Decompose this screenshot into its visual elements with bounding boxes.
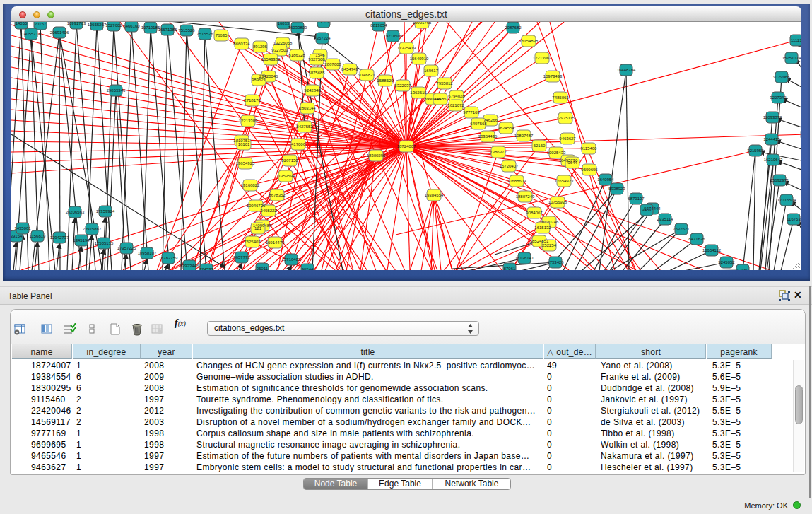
- svg-text:7515526: 7515526: [196, 32, 213, 36]
- svg-text:1733426: 1733426: [547, 260, 564, 264]
- svg-text:9084067: 9084067: [526, 211, 543, 215]
- svg-text:87061: 87061: [504, 267, 516, 270]
- svg-text:12923446: 12923446: [180, 264, 199, 268]
- svg-text:15751074: 15751074: [782, 56, 801, 60]
- svg-text:9463: 9463: [642, 208, 652, 212]
- svg-text:17654923: 17654923: [555, 179, 574, 183]
- svg-text:5322037: 5322037: [394, 83, 411, 88]
- svg-text:18807249: 18807249: [516, 194, 535, 199]
- svg-text:7515526: 7515526: [178, 28, 195, 33]
- svg-text:12213389: 12213389: [239, 119, 258, 123]
- svg-text:7955812: 7955812: [436, 81, 453, 86]
- svg-text:76635: 76635: [216, 33, 228, 37]
- svg-text:23975867: 23975867: [83, 227, 102, 231]
- svg-text:9327508: 9327508: [308, 57, 325, 62]
- svg-text:62160: 62160: [534, 144, 546, 148]
- svg-text:19218506: 19218506: [384, 34, 403, 38]
- svg-text:39154: 39154: [11, 234, 23, 238]
- svg-text:12942737: 12942737: [50, 235, 69, 240]
- svg-text:7357224: 7357224: [314, 36, 331, 40]
- svg-text:10991763: 10991763: [67, 22, 86, 25]
- svg-text:989621: 989621: [252, 78, 266, 82]
- svg-text:891295: 891295: [253, 45, 268, 49]
- svg-text:16782759: 16782759: [159, 256, 178, 260]
- svg-text:16671385: 16671385: [158, 28, 177, 32]
- svg-text:1435061: 1435061: [14, 226, 31, 230]
- svg-text:1345194: 1345194: [73, 238, 90, 243]
- svg-text:7485063: 7485063: [552, 95, 569, 100]
- svg-text:9657771: 9657771: [233, 255, 250, 259]
- svg-text:6466160: 6466160: [123, 24, 140, 28]
- svg-text:15640910: 15640910: [410, 57, 429, 61]
- svg-text:2803144: 2803144: [299, 106, 316, 110]
- svg-text:9699695: 9699695: [581, 168, 598, 172]
- svg-text:16101: 16101: [238, 142, 250, 146]
- svg-text:17359924: 17359924: [96, 209, 115, 214]
- svg-text:1527602: 1527602: [105, 23, 122, 28]
- svg-text:90244: 90244: [302, 267, 314, 270]
- svg-text:3624554: 3624554: [498, 126, 514, 130]
- svg-text:16914479: 16914479: [266, 240, 285, 245]
- svg-text:12213967: 12213967: [533, 56, 552, 60]
- svg-text:2087682: 2087682: [505, 25, 522, 30]
- svg-text:9777169: 9777169: [463, 110, 480, 115]
- svg-text:5938923: 5938923: [608, 187, 625, 191]
- svg-text:8454749: 8454749: [341, 67, 358, 71]
- svg-text:116753: 116753: [787, 217, 801, 221]
- svg-text:16448784: 16448784: [617, 68, 636, 72]
- svg-text:14055: 14055: [16, 22, 28, 25]
- svg-text:13226058: 13226058: [273, 41, 293, 45]
- svg-text:16154838: 16154838: [519, 39, 539, 43]
- svg-text:8427552: 8427552: [296, 124, 313, 129]
- svg-text:3215958: 3215958: [747, 148, 764, 153]
- svg-text:15716485: 15716485: [282, 257, 301, 262]
- svg-text:2867608: 2867608: [324, 62, 341, 66]
- svg-text:17016504: 17016504: [777, 198, 796, 202]
- svg-text:20691406: 20691406: [50, 30, 69, 35]
- svg-text:16210643: 16210643: [764, 158, 783, 162]
- svg-text:12505135: 12505135: [95, 241, 114, 245]
- svg-text:2718176: 2718176: [244, 98, 261, 103]
- svg-text:11325419: 11325419: [397, 46, 416, 50]
- svg-text:14055714: 14055714: [22, 32, 41, 36]
- svg-text:20206563: 20206563: [66, 210, 85, 214]
- svg-text:9115460: 9115460: [581, 146, 598, 151]
- svg-text:16033809: 16033809: [288, 25, 307, 30]
- svg-text:9227342: 9227342: [770, 95, 787, 100]
- svg-text:6794028: 6794028: [448, 94, 465, 98]
- svg-text:9463627: 9463627: [559, 136, 576, 141]
- svg-text:10807487: 10807487: [514, 134, 534, 138]
- svg-text:18724007: 18724007: [397, 144, 416, 148]
- svg-text:10025433: 10025433: [547, 151, 566, 155]
- svg-text:7625402: 7625402: [244, 240, 261, 244]
- svg-text:10046736: 10046736: [247, 204, 266, 208]
- svg-text:17957225: 17957225: [117, 246, 136, 250]
- svg-text:73572: 73572: [318, 22, 330, 24]
- svg-text:10654112: 10654112: [702, 248, 722, 252]
- svg-text:417006: 417006: [291, 142, 306, 146]
- svg-text:15720407: 15720407: [500, 164, 519, 168]
- svg-text:20364436: 20364436: [478, 134, 498, 139]
- svg-text:92450: 92450: [737, 268, 749, 270]
- svg-text:19166822: 19166822: [241, 183, 260, 187]
- svg-text:121: 121: [254, 226, 262, 230]
- svg-text:9644: 9644: [567, 160, 577, 165]
- svg-text:8471626: 8471626: [688, 237, 705, 241]
- svg-text:18300295: 18300295: [367, 153, 386, 158]
- svg-text:5875685: 5875685: [308, 71, 325, 75]
- svg-text:12975115: 12975115: [556, 116, 575, 120]
- svg-text:1615132: 1615132: [534, 226, 551, 230]
- svg-text:11121: 11121: [791, 38, 801, 42]
- svg-text:6497568: 6497568: [470, 122, 487, 126]
- svg-text:169617: 169617: [424, 69, 439, 73]
- svg-text:2935114: 2935114: [657, 217, 674, 221]
- svg-text:10991765: 10991765: [413, 22, 432, 25]
- svg-text:19654925: 19654925: [236, 161, 255, 165]
- svg-text:16543382: 16543382: [261, 57, 281, 62]
- svg-text:9146821: 9146821: [358, 73, 375, 77]
- svg-text:1244415: 1244415: [763, 137, 780, 141]
- svg-text:16120746: 16120746: [540, 220, 559, 224]
- svg-text:1621072: 1621072: [447, 103, 464, 107]
- svg-text:9327503: 9327503: [271, 48, 288, 52]
- svg-text:8267150: 8267150: [281, 158, 298, 163]
